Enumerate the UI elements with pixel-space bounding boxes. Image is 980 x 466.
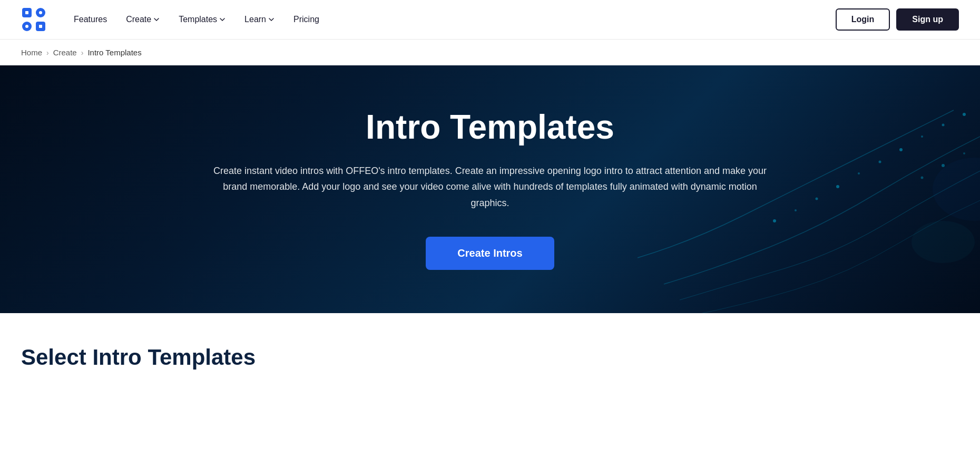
nav-label-learn: Learn xyxy=(244,15,266,24)
svg-point-15 xyxy=(816,198,818,200)
nav-item-templates[interactable]: Templates xyxy=(170,11,234,28)
navbar: Features Create Templates Learn xyxy=(0,0,980,40)
select-intro-title: Select Intro Templates xyxy=(21,345,959,370)
svg-point-17 xyxy=(773,219,776,222)
breadcrumb-separator-2: › xyxy=(81,48,84,57)
nav-item-create[interactable]: Create xyxy=(117,11,168,28)
signup-button[interactable]: Sign up xyxy=(896,8,959,31)
chevron-down-icon-3 xyxy=(268,16,275,23)
offeo-logo-icon xyxy=(21,7,46,32)
svg-point-16 xyxy=(795,209,797,211)
svg-point-9 xyxy=(942,124,945,127)
svg-rect-4 xyxy=(25,11,28,14)
svg-point-14 xyxy=(836,185,839,188)
below-hero-section: Select Intro Templates xyxy=(0,313,980,381)
svg-point-23 xyxy=(933,158,980,221)
login-button[interactable]: Login xyxy=(836,8,890,31)
breadcrumb-home[interactable]: Home xyxy=(21,48,42,57)
hero-section: Intro Templates Create instant video int… xyxy=(0,65,980,313)
nav-links: Features Create Templates Learn xyxy=(65,11,328,28)
navbar-right: Login Sign up xyxy=(836,8,959,31)
nav-label-features: Features xyxy=(74,15,107,24)
svg-point-19 xyxy=(963,152,965,154)
svg-rect-7 xyxy=(39,25,42,28)
breadcrumb-current: Intro Templates xyxy=(87,48,141,57)
nav-item-features[interactable]: Features xyxy=(65,11,115,28)
logo[interactable] xyxy=(21,7,46,32)
hero-content: Intro Templates Create instant video int… xyxy=(213,109,767,269)
create-intros-button[interactable]: Create Intros xyxy=(426,237,554,270)
svg-point-22 xyxy=(912,221,975,263)
svg-point-11 xyxy=(899,148,903,151)
hero-description: Create instant video intros with OFFEO's… xyxy=(213,163,767,211)
chevron-down-icon-2 xyxy=(219,16,226,23)
svg-point-13 xyxy=(858,172,860,174)
nav-item-pricing[interactable]: Pricing xyxy=(285,11,328,28)
nav-item-learn[interactable]: Learn xyxy=(236,11,283,28)
nav-label-pricing: Pricing xyxy=(293,15,319,24)
svg-point-5 xyxy=(39,11,42,14)
svg-point-21 xyxy=(921,177,924,179)
chevron-down-icon xyxy=(153,16,160,23)
breadcrumb-create[interactable]: Create xyxy=(53,48,77,57)
svg-point-6 xyxy=(25,25,28,28)
breadcrumb: Home › Create › Intro Templates xyxy=(0,40,980,65)
svg-point-10 xyxy=(921,135,923,138)
svg-point-20 xyxy=(942,164,945,167)
svg-point-8 xyxy=(963,113,966,116)
svg-point-12 xyxy=(879,161,881,163)
nav-label-templates: Templates xyxy=(179,15,217,24)
breadcrumb-separator-1: › xyxy=(46,48,49,57)
nav-label-create: Create xyxy=(126,15,151,24)
hero-title: Intro Templates xyxy=(213,109,767,145)
navbar-left: Features Create Templates Learn xyxy=(21,7,328,32)
